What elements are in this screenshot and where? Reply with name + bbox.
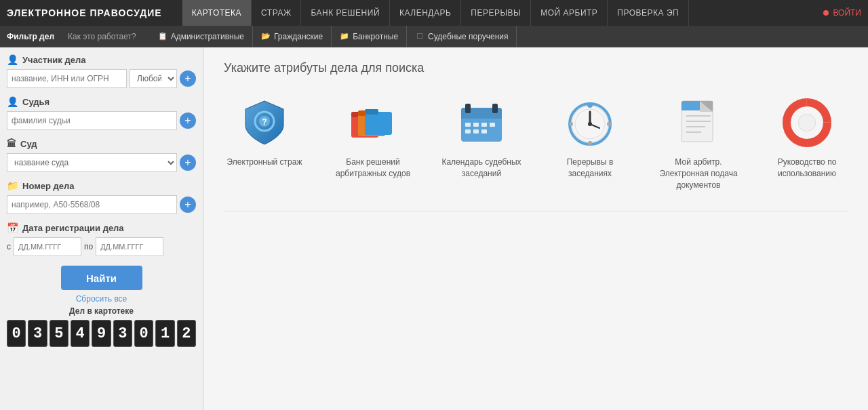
date-label: 📅 Дата регистрации дела xyxy=(7,222,196,233)
participant-label: 👤 Участник дела xyxy=(7,54,196,65)
case-icon: 📁 xyxy=(7,180,18,191)
icon-item-calendar[interactable]: Календарь судебных заседаний xyxy=(441,96,522,180)
court-label: 🏛 Суд xyxy=(7,138,196,149)
svg-rect-15 xyxy=(473,123,479,127)
how-it-works-link[interactable]: Как это работает? xyxy=(68,32,136,41)
icon-item-lifebuoy[interactable]: Руководство по использованию xyxy=(766,96,848,180)
date-icon: 📅 xyxy=(7,222,18,233)
participant-icon: 👤 xyxy=(7,54,18,65)
odometer-digit: 3 xyxy=(28,320,47,347)
icon-item-shield[interactable]: ? Электронный страж xyxy=(224,96,305,168)
odometer: 035493012 xyxy=(7,320,196,347)
judge-input[interactable] xyxy=(7,111,177,130)
svg-rect-11 xyxy=(461,113,502,119)
odometer-digit: 5 xyxy=(50,320,68,347)
participant-type-select[interactable]: Любой xyxy=(130,69,177,88)
calendar-label: Календарь судебных заседаний xyxy=(441,157,522,180)
svg-rect-18 xyxy=(465,129,471,134)
odometer-digit: 9 xyxy=(92,320,111,347)
login-button[interactable]: ВОЙТИ xyxy=(823,8,861,18)
svg-rect-19 xyxy=(473,129,479,134)
judge-icon: 👤 xyxy=(7,96,18,107)
svg-rect-17 xyxy=(490,123,495,127)
shield-icon: ? xyxy=(237,96,292,150)
participant-add-button[interactable]: + xyxy=(180,70,196,87)
icons-grid: ? Электронный страж Банк решений арбитра… xyxy=(224,96,848,190)
cases-label: Дел в картотеке xyxy=(7,306,196,316)
tab-admin[interactable]: 📋 Административные xyxy=(150,26,253,47)
court-section: 🏛 Суд название суда + xyxy=(7,138,196,172)
court-icon: 🏛 xyxy=(7,138,16,149)
date-section: 📅 Дата регистрации дела с по xyxy=(7,222,196,256)
svg-point-27 xyxy=(587,102,593,108)
top-nav: ЭЛЕКТРОННОЕ ПРАВОСУДИЕ КАРТОТЕКА СТРАЖ Б… xyxy=(0,0,868,26)
filter-bar: Фильтр дел Как это работает? 📋 Администр… xyxy=(0,26,868,47)
tab-bankrupt[interactable]: 📁 Банкротные xyxy=(332,26,407,47)
case-number-input-row: + xyxy=(7,195,196,214)
shield-label: Электронный страж xyxy=(227,157,302,168)
court-add-button[interactable]: + xyxy=(180,155,196,171)
divider xyxy=(224,211,848,211)
case-number-section: 📁 Номер дела + xyxy=(7,180,196,214)
nav-arbiter[interactable]: МОЙ АРБИТР xyxy=(531,0,608,26)
icon-item-document[interactable]: Мой арбитр. Электронная подача документо… xyxy=(658,96,739,190)
odometer-digit: 3 xyxy=(113,320,132,347)
date-to-input[interactable] xyxy=(96,237,163,256)
bankrupt-icon: 📁 xyxy=(340,32,349,41)
case-number-label: 📁 Номер дела xyxy=(7,180,196,191)
case-number-add-button[interactable]: + xyxy=(180,197,196,213)
filter-tabs: 📋 Административные 📂 Гражданские 📁 Банкр… xyxy=(150,26,517,47)
nav-bank[interactable]: БАНК РЕШЕНИЙ xyxy=(301,0,390,26)
svg-point-29 xyxy=(569,122,573,126)
judge-label: 👤 Судья xyxy=(7,96,196,107)
svg-rect-8 xyxy=(365,109,378,115)
svg-point-26 xyxy=(588,122,592,126)
lifebuoy-label: Руководство по использованию xyxy=(766,157,848,180)
svg-point-30 xyxy=(607,122,611,126)
svg-rect-16 xyxy=(481,123,487,127)
case-number-input[interactable] xyxy=(7,195,177,214)
nav-perenvy[interactable]: ПЕРЕРЫВЫ xyxy=(461,0,531,26)
svg-rect-14 xyxy=(465,123,471,127)
lifebuoy-icon xyxy=(780,96,834,150)
admin-icon: 📋 xyxy=(158,32,167,41)
filter-label: Фильтр дел xyxy=(7,32,54,41)
participant-input-row: Любой + xyxy=(7,69,196,88)
odometer-digit: 0 xyxy=(7,320,26,347)
folders-icon xyxy=(346,96,400,150)
odometer-digit: 2 xyxy=(177,320,196,347)
document-label: Мой арбитр. Электронная подача документо… xyxy=(658,157,739,190)
date-from-input[interactable] xyxy=(14,237,81,256)
icon-item-folders[interactable]: Банк решений арбитражных судов xyxy=(332,96,414,180)
nav-calendar[interactable]: КАЛЕНДАРЬ xyxy=(390,0,461,26)
svg-text:?: ? xyxy=(262,117,267,127)
svg-rect-13 xyxy=(492,104,498,113)
brand: ЭЛЕКТРОННОЕ ПРАВОСУДИЕ xyxy=(7,7,162,18)
date-row: с по xyxy=(7,237,196,256)
svg-rect-20 xyxy=(481,129,487,134)
nav-ep[interactable]: ПРОВЕРКА ЭП xyxy=(608,0,689,26)
tab-orders[interactable]: ☐ Судебные поручения xyxy=(407,26,517,47)
orders-icon: ☐ xyxy=(415,32,425,41)
court-select[interactable]: название суда xyxy=(7,153,177,172)
clock-icon xyxy=(563,96,617,150)
judge-input-row: + xyxy=(7,111,196,130)
svg-rect-12 xyxy=(465,104,471,113)
find-button[interactable]: Найти xyxy=(61,266,142,290)
nav-strazh[interactable]: СТРАЖ xyxy=(252,0,301,26)
tab-civil[interactable]: 📂 Гражданские xyxy=(253,26,332,47)
svg-point-44 xyxy=(799,115,815,131)
participant-section: 👤 Участник дела Любой + xyxy=(7,54,196,88)
icon-item-clock[interactable]: Перерывы в заседаниях xyxy=(549,96,631,180)
judge-add-button[interactable]: + xyxy=(180,112,196,129)
calendar-icon xyxy=(454,96,509,150)
document-icon xyxy=(671,96,726,150)
reset-link[interactable]: Сбросить все xyxy=(7,294,196,304)
svg-rect-7 xyxy=(365,112,392,135)
civil-icon: 📂 xyxy=(261,32,271,41)
participant-input[interactable] xyxy=(7,69,127,88)
main-layout: 👤 Участник дела Любой + 👤 Судья + xyxy=(0,47,868,410)
login-dot-icon xyxy=(823,10,829,16)
nav-kartoteka[interactable]: КАРТОТЕКА xyxy=(182,0,252,26)
sidebar: 👤 Участник дела Любой + 👤 Судья + xyxy=(0,47,203,410)
